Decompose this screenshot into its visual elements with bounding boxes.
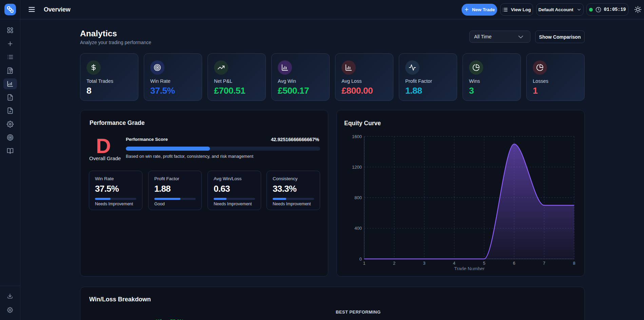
svg-text:1: 1 [363, 261, 366, 266]
svg-text:1600: 1600 [352, 134, 362, 139]
svg-text:7: 7 [543, 261, 545, 266]
svg-text:800: 800 [354, 195, 362, 200]
svg-text:Trade Number: Trade Number [454, 266, 485, 270]
svg-text:6: 6 [513, 261, 515, 266]
svg-text:1200: 1200 [352, 165, 362, 170]
svg-text:5: 5 [483, 261, 485, 266]
svg-text:400: 400 [354, 226, 362, 231]
svg-text:8: 8 [573, 261, 575, 266]
svg-text:4: 4 [453, 261, 455, 266]
svg-text:3: 3 [423, 261, 425, 266]
svg-text:2: 2 [393, 261, 395, 266]
svg-text:0: 0 [359, 257, 362, 262]
